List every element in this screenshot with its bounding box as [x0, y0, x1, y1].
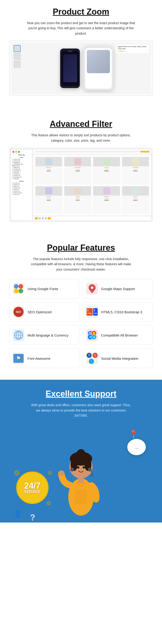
thumb-1[interactable] [14, 45, 21, 52]
thumb-2[interactable] [14, 53, 21, 60]
filter-checkbox[interactable] [12, 176, 14, 178]
product-image [35, 186, 62, 196]
filter-item-label: Rainbow (1) [14, 176, 21, 178]
product-stars: ★★★★☆ [118, 50, 148, 52]
filter-item[interactable]: Range (1) [12, 162, 31, 163]
google-fonts-label: Using Google Fonts [27, 286, 58, 291]
filter-item[interactable]: Grey (12) [12, 158, 31, 160]
product-card[interactable]: Tablet 10" ★★★★ $249.00 [122, 186, 150, 214]
feature-card-multilang: Multi language & Currency [9, 325, 79, 345]
product-card[interactable]: Wireless HF ★★★★ $29.99 [35, 156, 63, 185]
product-price: $149.00 [76, 170, 80, 172]
product-card[interactable]: Smart Watch ★★★★ $199.00 [122, 156, 150, 185]
product-card[interactable]: Keyboard ★★★★ $79.00 [64, 186, 92, 214]
html5-icon: 5HTML 3CSS [86, 306, 98, 318]
filter-checkbox[interactable] [12, 167, 14, 168]
filter-item-label: Aiden (1) [14, 184, 20, 185]
filter-checkbox[interactable] [12, 194, 14, 195]
filter-item[interactable]: Acara (1) [12, 182, 31, 184]
filter-item[interactable]: Red (14) [12, 165, 31, 166]
filter-checkbox[interactable] [12, 165, 14, 166]
filter-item[interactable]: Off White (19) [12, 164, 31, 165]
product-card[interactable]: Camera DSLR ★★★★ $149.00 [64, 156, 92, 185]
popular-features-section: Popular Features The popular features in… [0, 236, 162, 373]
filter-item-label: Dell (2) [14, 189, 18, 190]
filter-checkbox[interactable] [12, 160, 14, 162]
page-btn-2[interactable]: 2 [42, 217, 44, 220]
filter-item[interactable]: Yellow (1) [12, 175, 31, 176]
filter-checkbox[interactable] [12, 172, 14, 173]
filter-item[interactable]: Taupe (8) [12, 160, 31, 162]
filter-item[interactable]: Camel (3) [12, 168, 31, 170]
filter-item-label: Red (14) [14, 165, 19, 166]
product-price: $899.00 [104, 170, 109, 172]
filter-item[interactable]: Dell (2) [12, 189, 31, 190]
svg-point-33 [59, 470, 64, 476]
search-input-mock[interactable] [35, 151, 139, 152]
twitter-icon: t [89, 359, 94, 364]
clock-number: 24/7 [24, 482, 40, 490]
product-image [122, 186, 149, 196]
filter-checkbox[interactable] [12, 178, 14, 179]
product-price: $329.00 [104, 200, 109, 201]
feature-card-google-fonts: Using Google Fonts [9, 279, 79, 298]
feature-card-fontawesome: ⚑ Font Awesome [9, 348, 79, 368]
filter-checkbox[interactable] [12, 162, 14, 163]
filter-checkbox[interactable] [12, 186, 14, 187]
thumb-3[interactable] [14, 61, 21, 68]
filter-checkbox[interactable] [12, 192, 14, 193]
svg-point-3 [18, 289, 23, 293]
product-price: $29.99 [47, 170, 50, 172]
page-btn-3[interactable]: 3 [45, 217, 47, 220]
filter-item[interactable]: Bian (2) [12, 186, 31, 187]
filter-checkbox[interactable] [12, 184, 14, 185]
seo-label: SEO Optimized [27, 310, 51, 314]
filter-checkbox[interactable] [12, 173, 14, 174]
filter-item[interactable]: Canon (2) [12, 187, 31, 188]
googleplus-icon: G [92, 353, 98, 358]
support-description: With great deals and offers, customers a… [29, 402, 133, 418]
product-card[interactable]: Laptop Pro ★★★★ $899.00 [92, 156, 121, 185]
page-btn-1[interactable]: 1 [39, 217, 41, 220]
search-button-mock[interactable] [140, 151, 150, 152]
filter-checkbox[interactable] [12, 158, 14, 160]
filter-item[interactable]: Rainbow (1) [12, 176, 31, 178]
support-title: Excellent Support [9, 389, 153, 399]
filter-checkbox[interactable] [12, 170, 14, 171]
google-fonts-svg [13, 284, 24, 294]
filter-checkbox[interactable] [12, 164, 14, 165]
phone-screen [61, 51, 79, 86]
product-card[interactable]: Game Pad ★★★★ $49.99 [35, 186, 63, 214]
filter-item[interactable]: Sony (3) [12, 194, 31, 195]
filter-color-label: Color [12, 157, 31, 158]
product-name: Monitor HD [104, 196, 109, 197]
filter-item[interactable]: Pink (5) [12, 178, 31, 180]
filter-item[interactable]: Orange (7) [12, 170, 31, 172]
page-btn-next[interactable]: › [48, 217, 51, 220]
filter-item[interactable]: Black (3) [12, 167, 31, 168]
filter-checkbox[interactable] [12, 187, 14, 188]
filter-checkbox[interactable] [12, 175, 14, 176]
filter-checkbox[interactable] [12, 190, 14, 192]
filter-checkbox[interactable] [12, 168, 14, 170]
product-card[interactable]: Monitor HD ★★★★ $329.00 [92, 186, 121, 214]
filter-item[interactable]: Green (1) [12, 173, 31, 175]
filter-checkbox[interactable] [12, 189, 14, 190]
social-icons-cluster: f t G [86, 353, 98, 364]
filter-checkbox[interactable] [12, 182, 14, 184]
google-maps-label: Google Maps Support [101, 286, 135, 291]
filter-item[interactable]: Aiden (1) [12, 184, 31, 185]
svg-rect-32 [78, 477, 84, 483]
chat-bubble: ... [127, 439, 146, 455]
filter-item-label: Sony (3) [14, 194, 19, 195]
feature-card-allbrowser: e Compatibile All Browser [83, 325, 153, 345]
product-image [64, 157, 91, 166]
page-btn-prev[interactable]: ‹ [35, 217, 38, 220]
google-fonts-icon [13, 283, 24, 294]
feature-card-google-maps: Google Maps Support [83, 279, 153, 298]
clock-face: ⚙ ⚙ ⚙ 24/7 SERVICE [16, 472, 49, 504]
product-price: $79.00 [76, 200, 79, 201]
filter-item[interactable]: Samsung (3) [12, 192, 31, 194]
filter-item[interactable]: Anton (2) [12, 190, 31, 192]
filter-item[interactable]: Blue (5) [12, 172, 31, 173]
